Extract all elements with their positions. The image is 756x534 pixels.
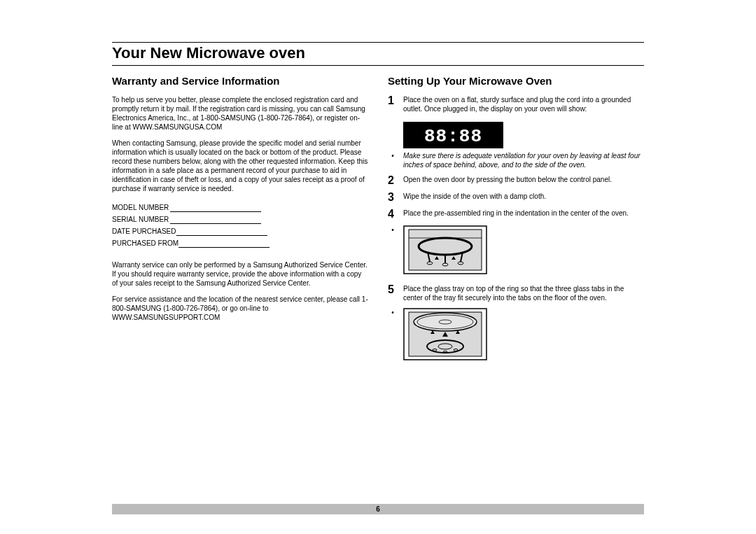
setup-heading: Setting Up Your Microwave Oven [388, 74, 644, 88]
warranty-heading: Warranty and Service Information [112, 74, 368, 88]
svg-point-12 [414, 313, 477, 331]
tray-illustration-icon [403, 308, 487, 360]
step-5: 5 Place the glass tray on top of the rin… [388, 284, 644, 302]
step-3: 3 Wipe the inside of the oven with a dam… [388, 192, 644, 203]
ring-illustration-icon [403, 225, 487, 274]
warranty-p2: When contacting Samsung, please provide … [112, 139, 368, 193]
step-4: 4 Place the pre-assembled ring in the in… [388, 209, 644, 220]
right-column: Setting Up Your Microwave Oven 1 Place t… [388, 74, 644, 370]
title-rule: Your New Microwave oven [112, 42, 644, 66]
step-2: 2 Open the oven door by pressing the but… [388, 175, 644, 186]
field-date: DATE PURCHASED [112, 227, 368, 236]
ring-illustration-row: • [388, 225, 644, 279]
page-number: 6 [376, 505, 380, 513]
left-column: Warranty and Service Information To help… [112, 74, 368, 370]
warranty-p3: Warranty service can only be performed b… [112, 260, 368, 288]
page-number-bar: 6 [112, 504, 644, 514]
warranty-p1: To help us serve you better, please comp… [112, 95, 368, 132]
field-model: MODEL NUMBER [112, 203, 368, 212]
field-serial: SERIAL NUMBER [112, 215, 368, 224]
oven-display: 88:88 [403, 122, 503, 148]
tray-illustration-row: • [388, 308, 644, 365]
step-1: 1 Place the oven on a flat, sturdy surfa… [388, 95, 644, 113]
warranty-p4: For service assistance and the location … [112, 295, 368, 322]
field-from: PURCHASED FROM [112, 239, 368, 248]
ventilation-note: • Make sure there is adequate ventilatio… [388, 151, 644, 169]
page-title: Your New Microwave oven [112, 44, 644, 62]
